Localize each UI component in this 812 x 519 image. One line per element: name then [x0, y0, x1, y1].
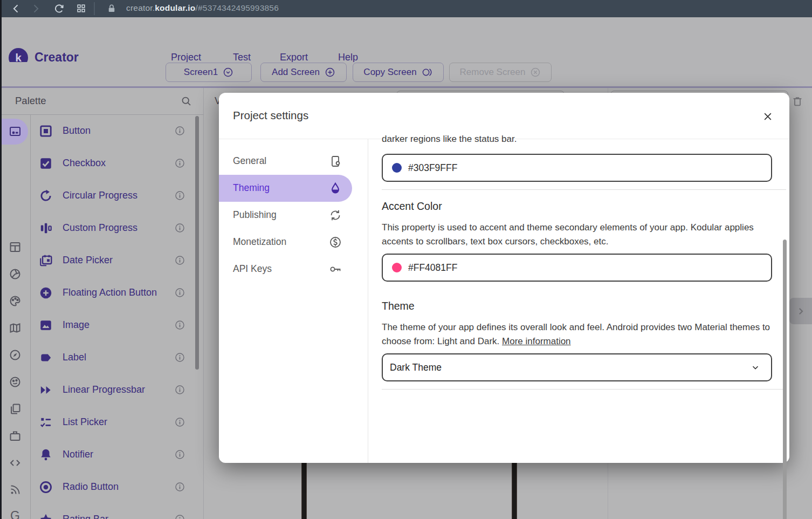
- info-icon[interactable]: [175, 449, 185, 460]
- project-settings-modal: Project settings General Theming Publish…: [219, 93, 789, 463]
- palette-item-label[interactable]: Label: [63, 352, 86, 363]
- add-screen-button[interactable]: Add Screen: [260, 63, 347, 82]
- accent-color-field[interactable]: #FF4081FF: [382, 254, 772, 282]
- ssl-lock-icon[interactable]: [107, 3, 116, 14]
- palette-item-list-picker[interactable]: List Picker: [63, 416, 107, 428]
- info-icon[interactable]: [175, 288, 185, 298]
- color-swatch-indigo: [392, 163, 402, 173]
- tab-publishing-label: Publishing: [233, 209, 277, 221]
- checkbox-component-icon: [39, 156, 53, 170]
- chevron-right-icon: [796, 306, 806, 316]
- accent-color-description: This property is used to accent and them…: [382, 221, 783, 248]
- palette-item-custom-progress[interactable]: Custom Progress: [63, 222, 137, 234]
- info-icon[interactable]: [175, 320, 185, 330]
- chevron-down-circle-icon: [223, 67, 233, 78]
- tab-api-keys[interactable]: API Keys: [219, 256, 359, 283]
- category-user-interface-icon[interactable]: [9, 125, 22, 138]
- theme-select[interactable]: Dark Theme: [382, 353, 772, 381]
- browser-apps-grid-icon[interactable]: [76, 3, 86, 13]
- palette-item-rating-bar[interactable]: Rating Bar: [63, 514, 108, 519]
- phone-gear-icon: [329, 155, 342, 168]
- info-icon[interactable]: [175, 255, 185, 265]
- browser-forward-icon[interactable]: [30, 3, 41, 14]
- section-divider: [382, 189, 786, 190]
- modal-title: Project settings: [233, 109, 308, 122]
- category-google-icon[interactable]: G: [9, 509, 22, 519]
- info-icon[interactable]: [175, 482, 185, 492]
- theme-select-value: Dark Theme: [390, 362, 442, 373]
- browser-reload-icon[interactable]: [54, 3, 65, 14]
- category-storage-icon[interactable]: [9, 402, 22, 415]
- info-icon[interactable]: [175, 126, 185, 136]
- modal-scrollbar[interactable]: [783, 240, 787, 519]
- palette-item-linear-progressbar[interactable]: Linear Progressbar: [63, 384, 145, 395]
- custom-progress-component-icon: [39, 221, 53, 235]
- browser-back-icon[interactable]: [11, 3, 22, 14]
- circular-progress-component-icon: [39, 189, 53, 203]
- notifier-component-icon: [39, 448, 53, 462]
- panel-expand-chevron[interactable]: [789, 298, 812, 324]
- label-component-icon: [39, 351, 53, 365]
- tab-theming[interactable]: Theming: [219, 175, 359, 202]
- menu-help[interactable]: Help: [338, 52, 358, 63]
- theme-heading: Theme: [382, 300, 415, 312]
- palette-item-notifier[interactable]: Notifier: [63, 449, 93, 460]
- date-picker-component-icon: [39, 254, 53, 268]
- button-component-icon: [39, 124, 53, 138]
- info-icon[interactable]: [175, 223, 185, 233]
- info-icon[interactable]: [175, 352, 185, 363]
- info-icon[interactable]: [175, 385, 185, 395]
- palette-scrollbar[interactable]: [195, 116, 199, 370]
- palette-item-button[interactable]: Button: [63, 125, 91, 136]
- category-media-icon[interactable]: [9, 268, 22, 281]
- window-left-edge: [0, 0, 2, 519]
- category-social-icon[interactable]: [9, 375, 22, 388]
- tab-monetization[interactable]: Monetization: [219, 229, 359, 256]
- palette-item-image[interactable]: Image: [63, 319, 90, 331]
- close-icon[interactable]: [762, 111, 773, 122]
- theme-description: The theme of your app defines its overal…: [382, 320, 789, 348]
- menu-project[interactable]: Project: [171, 52, 201, 63]
- category-connectivity-icon[interactable]: [9, 483, 22, 496]
- search-icon[interactable]: [181, 95, 192, 107]
- tab-general-label: General: [233, 155, 266, 167]
- accent-color-value: #FF4081FF: [408, 262, 457, 274]
- menu-export[interactable]: Export: [280, 52, 308, 63]
- key-icon: [329, 263, 342, 276]
- primary-color-dark-field[interactable]: #303F9FFF: [382, 154, 772, 182]
- tab-publishing[interactable]: Publishing: [219, 202, 359, 229]
- remove-screen-button[interactable]: Remove Screen: [449, 63, 552, 82]
- plus-circle-icon: [325, 67, 335, 78]
- info-icon[interactable]: [175, 417, 185, 427]
- info-icon[interactable]: [175, 190, 185, 201]
- screen-select-label: Screen1: [184, 67, 218, 78]
- accent-color-heading: Accent Color: [382, 200, 442, 213]
- info-icon[interactable]: [175, 514, 185, 519]
- tab-general[interactable]: General: [219, 148, 359, 175]
- category-maps-icon[interactable]: [9, 322, 22, 334]
- category-utilities-icon[interactable]: [9, 429, 22, 442]
- palette-panel: Palette G: [0, 88, 204, 519]
- palette-item-fab[interactable]: Floating Action Button: [63, 287, 157, 298]
- category-drawing-icon[interactable]: [9, 295, 22, 308]
- copy-screen-button[interactable]: Copy Screen: [353, 63, 444, 82]
- palette-item-checkbox[interactable]: Checkbox: [63, 158, 106, 169]
- menu-test[interactable]: Test: [233, 52, 251, 63]
- palette-item-radio-button[interactable]: Radio Button: [63, 481, 119, 493]
- category-layout-icon[interactable]: [9, 241, 22, 254]
- x-circle-icon: [530, 67, 541, 78]
- palette-item-circular-progress[interactable]: Circular Progress: [63, 190, 137, 201]
- screen-toolbar: Letsseehowitwillwork Screen1 Add Screen …: [0, 62, 812, 88]
- copy-icon: [422, 67, 433, 78]
- screen-select-button[interactable]: Screen1: [166, 63, 252, 82]
- address-bar[interactable]: creator.kodular.io/#5374342495993856: [126, 3, 279, 13]
- info-icon[interactable]: [175, 158, 185, 168]
- more-information-link[interactable]: More information: [502, 336, 571, 346]
- category-dynamic-icon[interactable]: [9, 456, 22, 469]
- palette-item-date-picker[interactable]: Date Picker: [63, 255, 113, 266]
- tab-theming-label: Theming: [233, 182, 270, 194]
- trash-icon[interactable]: [792, 95, 803, 107]
- palette-title: Palette: [15, 95, 46, 107]
- list-picker-component-icon: [39, 415, 53, 429]
- category-sensors-icon[interactable]: [9, 349, 22, 361]
